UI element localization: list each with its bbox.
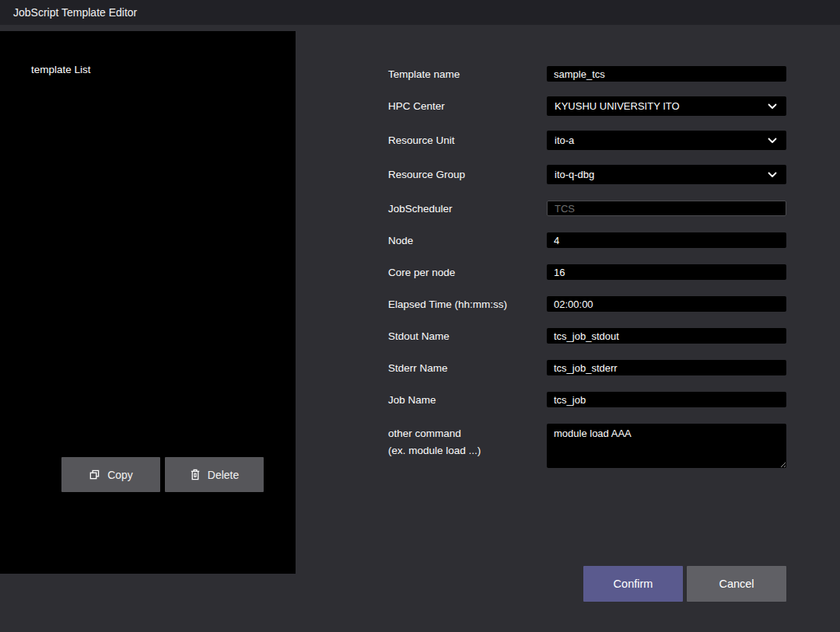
trash-icon xyxy=(190,469,201,480)
chevron-down-icon xyxy=(768,134,777,146)
job-name-input[interactable] xyxy=(547,392,786,407)
field-label: Resource Group xyxy=(388,169,547,180)
resource-group-select[interactable]: ito-q-dbg xyxy=(547,165,786,184)
field-label: Template name xyxy=(388,68,547,80)
hpc-center-select[interactable]: KYUSHU UNIVERSITY ITO xyxy=(547,96,786,116)
copy-button-label: Copy xyxy=(107,469,133,481)
delete-button[interactable]: Delete xyxy=(165,457,264,492)
form-row-hpc-center: HPC Center KYUSHU UNIVERSITY ITO xyxy=(388,96,786,116)
select-value: ito-q-dbg xyxy=(555,169,768,180)
confirm-button[interactable]: Confirm xyxy=(583,566,683,602)
form-row-other-command: other command (ex. module load ...) modu… xyxy=(388,424,786,468)
form-row-resource-unit: Resource Unit ito-a xyxy=(388,131,786,150)
form-row-core-per-node: Core per node xyxy=(388,264,786,280)
chevron-down-icon xyxy=(768,169,777,180)
template-list xyxy=(0,86,296,451)
field-label: JobScheduler xyxy=(388,203,547,215)
field-label: Elapsed Time (hh:mm:ss) xyxy=(388,299,547,310)
chevron-down-icon xyxy=(768,100,777,112)
node-input[interactable] xyxy=(547,232,786,248)
jobscript-template-editor-window: { "window": { "title": "JobScript Templa… xyxy=(0,0,840,632)
window-titlebar: JobScript Template Editor xyxy=(0,0,840,25)
field-label-line1: other command xyxy=(388,425,547,442)
field-label: Stdout Name xyxy=(388,330,547,342)
field-label: Stderr Name xyxy=(388,362,547,374)
field-label: Resource Unit xyxy=(388,134,547,146)
delete-button-label: Delete xyxy=(208,469,239,481)
template-name-input[interactable] xyxy=(547,66,786,82)
field-label: Node xyxy=(388,235,547,246)
form-row-elapsed-time: Elapsed Time (hh:mm:ss) xyxy=(388,296,786,312)
field-label: Core per node xyxy=(388,267,547,278)
field-label: other command (ex. module load ...) xyxy=(388,424,547,459)
form-row-node: Node xyxy=(388,232,786,248)
other-command-textarea[interactable]: module load AAA xyxy=(547,424,786,468)
window-title: JobScript Template Editor xyxy=(13,6,137,19)
copy-icon xyxy=(89,469,100,480)
form-row-job-name: Job Name xyxy=(388,392,786,407)
template-list-panel: template List Copy Delete xyxy=(0,31,296,574)
field-label: HPC Center xyxy=(388,100,547,112)
stderr-name-input[interactable] xyxy=(547,360,786,375)
select-value: KYUSHU UNIVERSITY ITO xyxy=(555,100,768,112)
form-row-template-name: Template name xyxy=(388,66,786,82)
core-per-node-input[interactable] xyxy=(547,264,786,280)
form-row-stderr-name: Stderr Name xyxy=(388,360,786,375)
elapsed-time-input[interactable] xyxy=(547,296,786,312)
select-value: ito-a xyxy=(555,134,768,146)
field-label-line2: (ex. module load ...) xyxy=(388,442,547,459)
template-list-title: template List xyxy=(31,64,91,75)
copy-button[interactable]: Copy xyxy=(61,457,160,492)
jobscheduler-input xyxy=(547,201,786,216)
field-label: Job Name xyxy=(388,394,547,406)
form-row-jobscheduler: JobScheduler xyxy=(388,201,786,216)
stdout-name-input[interactable] xyxy=(547,328,786,344)
form-row-stdout-name: Stdout Name xyxy=(388,328,786,344)
cancel-button[interactable]: Cancel xyxy=(687,566,786,602)
form-row-resource-group: Resource Group ito-q-dbg xyxy=(388,165,786,184)
resource-unit-select[interactable]: ito-a xyxy=(547,131,786,150)
